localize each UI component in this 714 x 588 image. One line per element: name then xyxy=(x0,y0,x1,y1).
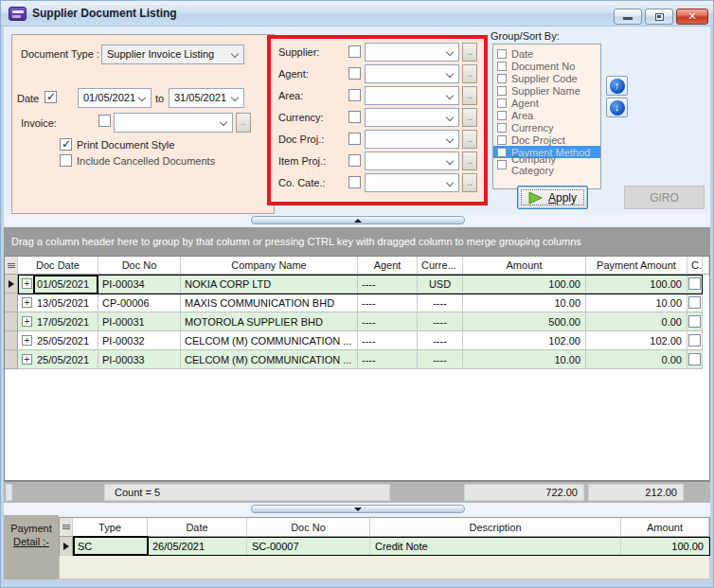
cell-type[interactable]: SC xyxy=(73,537,148,556)
apply-button[interactable]: Apply xyxy=(517,186,588,209)
column-header-amount[interactable]: Amount xyxy=(621,518,709,537)
date-checkbox[interactable] xyxy=(45,91,57,103)
group-sort-item-doc-project[interactable]: Doc Project xyxy=(493,134,600,146)
cell-agent[interactable]: ---- xyxy=(358,275,418,294)
cell-amount[interactable]: 100.00 xyxy=(621,537,709,556)
expand-icon[interactable]: + xyxy=(22,335,32,346)
area-checkbox[interactable] xyxy=(348,89,361,101)
group-sort-item-date[interactable]: Date xyxy=(493,47,600,60)
item-proj-browse-button[interactable]: .. xyxy=(462,151,477,170)
cell-company[interactable]: CELCOM (M) COMMUNICATION ... xyxy=(181,350,358,369)
checkbox[interactable] xyxy=(497,74,507,83)
expand-icon[interactable]: + xyxy=(22,316,32,327)
print-document-style-checkbox[interactable] xyxy=(60,138,72,151)
cell-payment-amount[interactable]: 0.00 xyxy=(586,350,687,369)
co-cate-select[interactable] xyxy=(365,173,459,192)
doc-proj-checkbox[interactable] xyxy=(348,133,361,145)
invoice-browse-button[interactable]: .. xyxy=(236,113,251,133)
checkbox[interactable] xyxy=(497,98,507,108)
move-down-button[interactable]: ↓ xyxy=(606,98,628,117)
cell-amount[interactable]: 100.00 xyxy=(463,275,586,294)
cell-amount[interactable]: 10.00 xyxy=(463,350,586,369)
payment-row[interactable]: SC 26/05/2021 SC-00007 Credit Note 100.0… xyxy=(60,537,709,556)
agent-browse-button[interactable]: .. xyxy=(462,64,477,83)
group-sort-item-area[interactable]: Area xyxy=(493,109,600,121)
supplier-checkbox[interactable] xyxy=(348,45,361,58)
cell-agent[interactable]: ---- xyxy=(358,312,418,331)
close-button[interactable]: ✕ xyxy=(676,9,708,25)
row-select-checkbox[interactable] xyxy=(688,315,701,328)
splitter-handle-bottom[interactable] xyxy=(251,505,465,513)
expand-icon[interactable]: + xyxy=(22,278,32,289)
row-select-checkbox[interactable] xyxy=(688,334,701,347)
cell-description[interactable]: Credit Note xyxy=(370,537,621,556)
column-header-type[interactable]: Type xyxy=(73,518,148,537)
currency-select[interactable] xyxy=(365,108,459,127)
table-row[interactable]: +25/05/2021 PI-00033 CELCOM (M) COMMUNIC… xyxy=(5,350,709,369)
column-header-doc-date[interactable]: Doc Date xyxy=(18,257,98,275)
co-cate-browse-button[interactable]: .. xyxy=(462,173,477,192)
include-cancelled-checkbox[interactable] xyxy=(60,154,72,167)
row-indicator[interactable] xyxy=(5,294,18,312)
checkbox[interactable] xyxy=(497,111,507,120)
supplier-browse-button[interactable]: .. xyxy=(462,43,477,62)
minimize-button[interactable] xyxy=(614,9,642,25)
cell-currency[interactable]: ---- xyxy=(418,350,463,369)
agent-checkbox[interactable] xyxy=(348,67,361,80)
column-header-company-name[interactable]: Company Name xyxy=(181,257,358,275)
checkbox[interactable] xyxy=(497,148,507,157)
cell-doc-date[interactable]: +25/05/2021 xyxy=(18,331,98,350)
checkbox[interactable] xyxy=(497,62,507,71)
cell-currency[interactable]: ---- xyxy=(418,294,463,312)
restore-button[interactable] xyxy=(645,9,673,25)
row-indicator[interactable] xyxy=(60,537,73,556)
cell-doc-date[interactable]: +25/05/2021 xyxy=(18,350,98,369)
cell-company[interactable]: CELCOM (M) COMMUNICATION ... xyxy=(181,331,358,350)
date-to-select[interactable]: 31/05/2021 xyxy=(169,88,244,108)
column-header-currency[interactable]: Curre... xyxy=(418,257,463,275)
row-select-checkbox[interactable] xyxy=(688,296,701,309)
expand-icon[interactable]: + xyxy=(22,354,32,365)
cell-doc-date[interactable]: +17/05/2021 xyxy=(18,312,98,331)
checkbox[interactable] xyxy=(497,135,507,145)
cell-doc-no[interactable]: PI-00031 xyxy=(98,312,181,331)
group-sort-item-document-no[interactable]: Document No xyxy=(493,60,600,72)
checkbox[interactable] xyxy=(497,123,507,133)
cell-company[interactable]: NOKIA CORP LTD xyxy=(181,275,358,294)
group-sort-item-currency[interactable]: Currency xyxy=(493,121,600,134)
row-select-checkbox[interactable] xyxy=(688,277,701,290)
group-sort-item-supplier-code[interactable]: Supplier Code xyxy=(493,72,600,84)
area-select[interactable] xyxy=(365,86,459,105)
cell-agent[interactable]: ---- xyxy=(358,350,418,369)
cell-doc-no[interactable]: SC-00007 xyxy=(247,537,370,556)
column-header-doc-no[interactable]: Doc No xyxy=(98,257,181,275)
agent-select[interactable] xyxy=(365,64,459,83)
row-indicator[interactable] xyxy=(5,312,18,331)
doc-proj-browse-button[interactable]: .. xyxy=(462,130,477,149)
splitter-handle-top[interactable] xyxy=(251,216,465,224)
group-sort-item-company-category[interactable]: Company Category xyxy=(493,158,600,170)
cell-payment-amount[interactable]: 0.00 xyxy=(586,312,687,331)
column-header-description[interactable]: Description xyxy=(370,518,621,537)
table-row[interactable]: +13/05/2021 CP-00006 MAXIS COMMUNICATION… xyxy=(5,294,709,312)
table-row[interactable]: +01/05/2021 PI-00034 NOKIA CORP LTD ----… xyxy=(5,275,709,294)
cell-currency[interactable]: ---- xyxy=(418,312,463,331)
cell-doc-no[interactable]: CP-00006 xyxy=(98,294,181,312)
invoice-checkbox[interactable] xyxy=(98,115,111,127)
invoice-select[interactable] xyxy=(114,113,233,133)
area-browse-button[interactable]: .. xyxy=(462,86,477,105)
column-header-payment-amount[interactable]: Payment Amount xyxy=(586,257,687,275)
checkbox[interactable] xyxy=(497,49,507,59)
cell-doc-no[interactable]: PI-00034 xyxy=(98,275,181,294)
checkbox[interactable] xyxy=(497,86,507,96)
cell-company[interactable]: MAXIS COMMUNICATION BHD xyxy=(181,294,358,312)
cell-agent[interactable]: ---- xyxy=(358,331,418,350)
row-select-checkbox[interactable] xyxy=(688,353,701,365)
cell-doc-date[interactable]: +01/05/2021 xyxy=(18,275,98,294)
group-sort-item-supplier-name[interactable]: Supplier Name xyxy=(493,84,600,97)
cell-doc-no[interactable]: PI-00033 xyxy=(98,350,181,369)
table-row[interactable]: +17/05/2021 PI-00031 MOTOROLA SUPPLIER B… xyxy=(5,312,709,331)
document-type-select[interactable]: Supplier Invoice Listing xyxy=(101,45,244,64)
currency-browse-button[interactable]: .. xyxy=(462,108,477,127)
expand-icon[interactable]: + xyxy=(22,297,32,308)
